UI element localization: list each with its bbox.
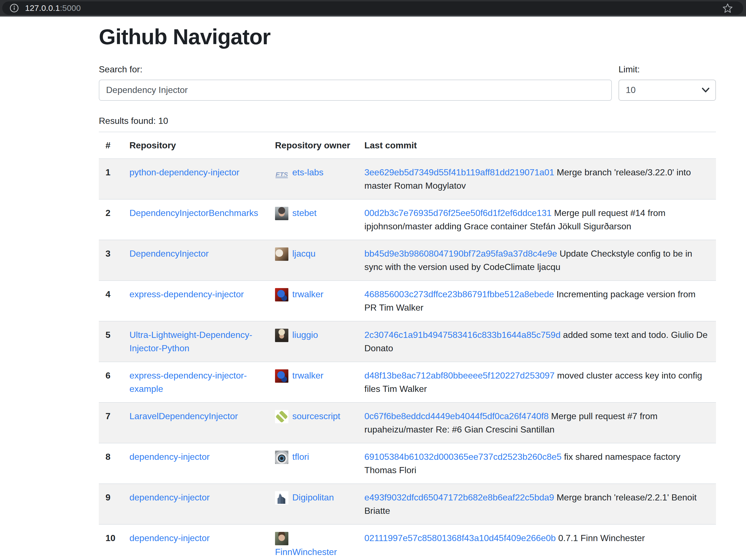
commit-sha-link[interactable]: 00d2b3c7e76935d76f25ee50f6d1f2ef6ddce131 [364,208,552,218]
info-icon[interactable] [9,3,19,13]
owner-cell: ljacqu [268,240,358,281]
col-header-owner: Repository owner [268,132,358,159]
commit-message: 0.7.1 Finn Winchester [558,533,645,543]
repository-cell: Ultra-Lightweight-Dependency-Injector-Py… [123,321,268,362]
row-number: 8 [99,443,123,484]
owner-avatar [275,370,288,383]
last-commit-cell: e493f9032dfcd65047172b682e8b6eaf22c5bda9… [358,484,716,524]
repository-link[interactable]: express-dependency-injector-example [130,371,247,394]
owner-avatar [275,207,288,220]
star-icon[interactable] [721,2,734,14]
repository-link[interactable]: dependency-injector [130,533,210,543]
last-commit-cell: 69105384b61032d000365ee737cd2523b260c8e5… [358,443,716,484]
owner-link[interactable]: stebet [292,208,316,218]
commit-sha-link[interactable]: 468856003c273dffce23b86791fbbe512a8ebede [364,289,554,299]
owner-cell: trwalker [268,281,358,321]
last-commit-cell: 2c30746c1a91b4947583416c833b1644a85c759d… [358,321,716,362]
col-header-last-commit: Last commit [358,132,716,159]
col-header-num: # [99,132,123,159]
repository-link[interactable]: LaravelDependencyInjector [130,411,238,421]
repository-link[interactable]: dependency-injector [130,452,210,462]
owner-link[interactable]: trwalker [292,289,323,299]
chevron-down-icon [701,87,710,93]
last-commit-cell: 3ee629eb5d7349d55f41b119aff81dd219071a01… [358,159,716,199]
table-row: 4 express-dependency-injector trwalker 4… [99,281,716,321]
row-number: 1 [99,159,123,199]
repository-cell: DependencyInjectorBenchmarks [123,199,268,240]
search-column: Search for: [99,63,612,101]
table-row: 6 express-dependency-injector-example tr… [99,362,716,403]
row-number: 5 [99,321,123,362]
browser-address-bar: 127.0.0.1:5000 [0,0,746,17]
table-row: 7 LaravelDependencyInjector sourcescript… [99,403,716,443]
owner-avatar [275,288,288,301]
url-pill[interactable]: 127.0.0.1:5000 [2,1,743,15]
owner-avatar [275,410,288,423]
limit-select[interactable]: 10 [619,80,716,101]
owner-link[interactable]: liuggio [292,330,318,340]
owner-avatar [275,451,288,464]
commit-sha-link[interactable]: 2c30746c1a91b4947583416c833b1644a85c759d [364,330,561,340]
last-commit-cell: 0c67f6be8eddcd4449eb4044f5df0ca26f4740f8… [358,403,716,443]
row-number: 3 [99,240,123,281]
row-number: 10 [99,524,123,560]
limit-label: Limit: [619,63,716,76]
repository-link[interactable]: python-dependency-injector [130,167,239,177]
owner-cell: trwalker [268,362,358,403]
commit-sha-link[interactable]: d48f13be8ac712abf80bbeeee5f120227d253097 [364,371,554,381]
owner-cell: FinnWinchester [268,524,358,560]
commit-sha-link[interactable]: 0c67f6be8eddcd4449eb4044f5df0ca26f4740f8 [364,411,549,421]
owner-link[interactable]: ljacqu [292,248,316,259]
repository-link[interactable]: Ultra-Lightweight-Dependency-Injector-Py… [130,330,252,353]
search-input[interactable] [99,80,612,101]
owner-link[interactable]: tflori [292,452,309,462]
limit-selected-value: 10 [626,85,636,95]
repository-link[interactable]: dependency-injector [130,492,210,502]
commit-sha-link[interactable]: e493f9032dfcd65047172b682e8b6eaf22c5bda9 [364,492,554,502]
commit-sha-link[interactable]: 69105384b61032d000365ee737cd2523b260c8e5 [364,452,562,462]
last-commit-cell: 468856003c273dffce23b86791fbbe512a8ebede… [358,281,716,321]
owner-avatar [275,532,288,545]
repository-cell: express-dependency-injector [123,281,268,321]
repository-cell: express-dependency-injector-example [123,362,268,403]
table-row: 3 DependencyInjector ljacqu bb45d9e3b986… [99,240,716,281]
owner-link[interactable]: trwalker [292,371,323,381]
table-row: 2 DependencyInjectorBenchmarks stebet 00… [99,199,716,240]
owner-link[interactable]: Digipolitan [292,492,334,502]
table-header-row: # Repository Repository owner Last commi… [99,132,716,159]
owner-link[interactable]: ets-labs [292,167,323,177]
row-number: 6 [99,362,123,403]
commit-sha-link[interactable]: bb45d9e3b98608047190bf72a95fa9a37d8c4e9e [364,248,557,259]
row-number: 2 [99,199,123,240]
commit-sha-link[interactable]: 02111997e57c85801368f43a10d45f409e266e0b [364,533,556,543]
url-host: 127.0.0.1 [25,3,60,12]
limit-column: Limit: 10 [619,63,716,101]
last-commit-cell: 00d2b3c7e76935d76f25ee50f6d1f2ef6ddce131… [358,199,716,240]
url-text: 127.0.0.1:5000 [25,3,81,13]
last-commit-cell: d48f13be8ac712abf80bbeeee5f120227d253097… [358,362,716,403]
owner-cell: ets-labs [268,159,358,199]
search-label: Search for: [99,63,612,76]
col-header-repository: Repository [123,132,268,159]
table-row: 1 python-dependency-injector ets-labs 3e… [99,159,716,199]
repository-cell: dependency-injector [123,443,268,484]
row-number: 9 [99,484,123,524]
last-commit-cell: bb45d9e3b98608047190bf72a95fa9a37d8c4e9e… [358,240,716,281]
table-row: 10 dependency-injector FinnWinchester 02… [99,524,716,560]
owner-cell: sourcescript [268,403,358,443]
owner-avatar [275,166,288,179]
repository-link[interactable]: express-dependency-injector [130,289,244,299]
owner-cell: tflori [268,443,358,484]
commit-sha-link[interactable]: 3ee629eb5d7349d55f41b119aff81dd219071a01 [364,167,554,177]
owner-cell: stebet [268,199,358,240]
repository-cell: DependencyInjector [123,240,268,281]
repository-cell: dependency-injector [123,524,268,560]
table-row: 8 dependency-injector tflori 69105384b61… [99,443,716,484]
owner-link[interactable]: sourcescript [292,411,340,421]
table-row: 9 dependency-injector Digipolitan e493f9… [99,484,716,524]
repository-link[interactable]: DependencyInjector [130,248,209,259]
owner-link[interactable]: FinnWinchester [275,547,337,557]
results-table: # Repository Repository owner Last commi… [99,131,716,560]
repository-link[interactable]: DependencyInjectorBenchmarks [130,208,258,218]
repository-cell: dependency-injector [123,484,268,524]
